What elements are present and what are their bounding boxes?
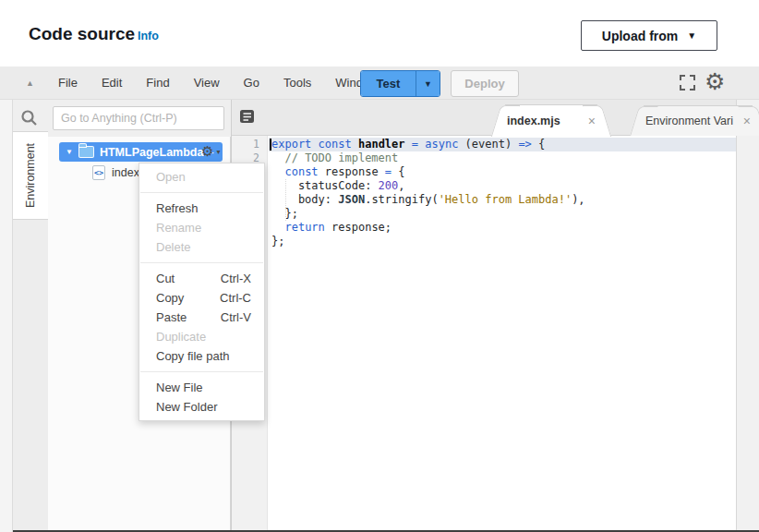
code-line-8[interactable]: }; (269, 235, 737, 248)
code-line-5[interactable]: body: JSON.stringify('Hello from Lambda!… (269, 193, 737, 207)
test-dropdown-button[interactable]: ▼ (416, 71, 440, 96)
chevron-down-icon: ▼ (424, 79, 432, 89)
tab-list-icon[interactable] (239, 109, 257, 128)
environment-tab-label: Environment (24, 143, 37, 208)
code-line-3[interactable]: const response = { (269, 165, 737, 179)
context-menu-item-refresh[interactable]: Refresh (139, 199, 264, 218)
code-token: ), (572, 193, 584, 206)
editor-pane: index.mjs × Environment Vari × + 1234567… (231, 100, 736, 532)
tab-label: index.mjs (507, 115, 560, 127)
tab-index-mjs[interactable]: index.mjs × (505, 104, 597, 137)
tree-settings-button[interactable]: ⚙ ▾ (201, 143, 220, 160)
code-token (311, 138, 318, 151)
disclosure-triangle-icon[interactable]: ▼ (66, 148, 73, 156)
collapse-panel-icon[interactable]: ▲ (26, 79, 34, 88)
context-menu-item-delete: Delete (139, 237, 264, 257)
code-line-7[interactable]: return response; (269, 221, 737, 235)
menu-divider (140, 371, 263, 372)
code-token: { (392, 165, 404, 178)
menu-item-label: New File (156, 378, 203, 397)
editor-content[interactable]: 12345678 export const handler = async (e… (232, 136, 737, 532)
context-menu-item-open: Open (139, 167, 264, 187)
code-file-icon: <> (92, 165, 105, 180)
menu-item-label: New Folder (156, 397, 217, 417)
chevron-down-icon: ▾ (216, 148, 220, 156)
code-token (405, 138, 412, 151)
lambda-code-editor: Code source Info Upload from ▼ ▲ FileEdi… (0, 0, 759, 532)
menu-item-label: Refresh (156, 199, 199, 218)
menubar-items: FileEditFindViewGoToolsWindow (46, 66, 391, 99)
context-menu-item-rename: Rename (139, 218, 264, 237)
search-icon (19, 108, 39, 131)
tree-item-folder[interactable]: ▼ HTMLPageLambda - (59, 142, 223, 162)
sidebar-tab-environment[interactable]: Environment (13, 131, 48, 220)
editor-scrollbar-track[interactable] (736, 100, 759, 532)
code-token: const (319, 138, 352, 151)
goto-anything-input[interactable] (53, 106, 224, 130)
code-line-6[interactable]: }; (269, 207, 737, 221)
context-menu-item-cut[interactable]: CutCtrl-X (139, 269, 264, 288)
menu-edit[interactable]: Edit (90, 76, 134, 90)
menu-item-label: Rename (156, 218, 201, 237)
code-token: = (412, 138, 418, 151)
upload-from-label: Upload from (602, 29, 678, 43)
context-menu-item-new-file[interactable]: New File (139, 378, 264, 397)
code-line-4[interactable]: statusCode: 200, (269, 179, 737, 193)
editor-tabbar: index.mjs × Environment Vari × + (232, 100, 737, 136)
code-line-2[interactable]: // TODO implement (269, 151, 737, 165)
code-token (352, 138, 358, 151)
code-area[interactable]: export const handler = async (event) => … (269, 136, 737, 532)
test-split-button: Test ▼ (360, 70, 440, 97)
upload-from-button[interactable]: Upload from ▼ (581, 20, 717, 51)
left-rail (0, 100, 13, 532)
menu-tools[interactable]: Tools (271, 76, 323, 90)
chevron-down-icon: ▼ (687, 30, 696, 41)
context-menu-item-new-folder[interactable]: New Folder (139, 397, 264, 417)
menu-item-shortcut: Ctrl-C (220, 288, 251, 308)
menu-item-label: Open (156, 167, 186, 187)
settings-gear-icon[interactable]: ⚙ (705, 68, 725, 95)
tab-environment-variables[interactable]: Environment Vari × (644, 105, 753, 136)
menu-item-label: Paste (156, 308, 187, 327)
menu-item-label: Copy (156, 288, 184, 308)
code-token: response; (325, 221, 392, 234)
code-token: = (385, 165, 392, 178)
menu-divider (140, 192, 263, 193)
code-token: JSON (338, 193, 365, 206)
code-token: return (284, 221, 324, 234)
menu-item-label: Cut (156, 269, 175, 288)
page-title: Code source (29, 24, 135, 44)
code-token: async (425, 138, 458, 151)
deploy-button: Deploy (451, 70, 519, 97)
code-token: handler (358, 138, 405, 151)
folder-name: HTMLPageLambda (100, 146, 204, 159)
code-token: => (518, 138, 531, 151)
close-icon[interactable]: × (743, 114, 751, 128)
code-token: // TODO implement (284, 151, 398, 164)
context-menu-item-paste[interactable]: PasteCtrl-V (139, 308, 264, 327)
code-token: export (271, 138, 311, 151)
code-token (271, 165, 284, 178)
text-cursor (270, 139, 271, 151)
menu-item-label: Copy file path (156, 346, 230, 366)
menu-find[interactable]: Find (134, 76, 181, 90)
tab-label: Environment Vari (645, 115, 733, 127)
code-token: (event) (458, 138, 518, 151)
code-token: , (398, 179, 404, 192)
code-token: { (532, 138, 545, 151)
fullscreen-icon[interactable] (679, 74, 696, 95)
menu-go[interactable]: Go (232, 76, 271, 90)
test-button[interactable]: Test (361, 71, 416, 96)
menu-view[interactable]: View (182, 76, 232, 90)
code-token: }; (271, 235, 284, 248)
menu-item-shortcut: Ctrl-X (221, 269, 251, 288)
code-token: const (284, 165, 318, 178)
menu-file[interactable]: File (46, 76, 90, 90)
code-line-1[interactable]: export const handler = async (event) => … (269, 138, 737, 151)
info-link[interactable]: Info (138, 30, 159, 42)
close-icon[interactable]: × (588, 114, 596, 128)
context-menu-item-duplicate: Duplicate (139, 327, 264, 346)
code-token (271, 151, 284, 164)
context-menu-item-copy[interactable]: CopyCtrl-C (139, 288, 264, 308)
context-menu-item-copy-file-path[interactable]: Copy file path (139, 346, 264, 366)
